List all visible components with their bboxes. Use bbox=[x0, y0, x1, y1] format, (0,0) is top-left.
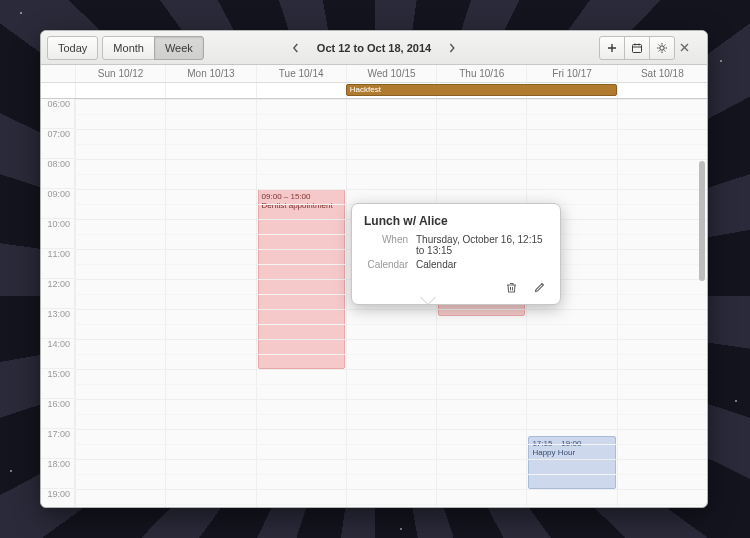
chevron-left-icon bbox=[291, 43, 301, 53]
event-time: 09:00 – 15:00 bbox=[262, 192, 341, 201]
popover-calendar-label: Calendar bbox=[364, 259, 408, 270]
pencil-icon bbox=[533, 281, 546, 294]
hour-label: 16:00 bbox=[41, 399, 74, 429]
today-button[interactable]: Today bbox=[47, 36, 98, 60]
svg-point-1 bbox=[660, 45, 664, 49]
hour-label: 10:00 bbox=[41, 219, 74, 249]
close-icon bbox=[679, 42, 701, 53]
scrollbar-thumb[interactable] bbox=[699, 161, 705, 281]
calendars-button[interactable] bbox=[624, 36, 650, 60]
settings-button[interactable] bbox=[649, 36, 675, 60]
add-event-button[interactable] bbox=[599, 36, 625, 60]
view-month-button[interactable]: Month bbox=[102, 36, 155, 60]
chevron-right-icon bbox=[447, 43, 457, 53]
time-gutter: 06:00 07:00 08:00 09:00 10:00 11:00 12:0… bbox=[41, 99, 75, 507]
next-week-button[interactable] bbox=[441, 37, 463, 59]
header-actions bbox=[599, 36, 701, 60]
hour-label: 07:00 bbox=[41, 129, 74, 159]
calendar-icon bbox=[631, 42, 643, 54]
day-column[interactable] bbox=[617, 99, 707, 507]
hour-label: 06:00 bbox=[41, 99, 74, 129]
hour-label: 14:00 bbox=[41, 339, 74, 369]
hour-label: 13:00 bbox=[41, 309, 74, 339]
hour-label: 17:00 bbox=[41, 429, 74, 459]
plus-icon bbox=[606, 42, 618, 54]
day-column[interactable] bbox=[165, 99, 255, 507]
event-title: Happy Hour bbox=[532, 448, 611, 457]
popover-edit-button[interactable] bbox=[530, 278, 548, 296]
popover-when-value: Thursday, October 16, 12:15 to 13:15 bbox=[416, 234, 548, 256]
day-column[interactable] bbox=[75, 99, 165, 507]
calendar-window: Today Month Week Oct 12 to Oct 18, 2014 bbox=[40, 30, 708, 508]
scrollbar[interactable] bbox=[699, 101, 705, 505]
hour-label: 18:00 bbox=[41, 459, 74, 489]
hour-label: 11:00 bbox=[41, 249, 74, 279]
popover-delete-button[interactable] bbox=[502, 278, 520, 296]
date-range-title: Oct 12 to Oct 18, 2014 bbox=[309, 42, 439, 54]
event-title: Dentist appointment bbox=[262, 201, 341, 210]
day-label: Wed 10/15 bbox=[346, 65, 436, 82]
allday-event[interactable]: Hackfest bbox=[346, 84, 617, 96]
trash-icon bbox=[505, 281, 518, 294]
hour-label: 12:00 bbox=[41, 279, 74, 309]
hour-label: 08:00 bbox=[41, 159, 74, 189]
title-area: Oct 12 to Oct 18, 2014 bbox=[285, 37, 463, 59]
allday-row: Hackfest bbox=[41, 83, 707, 99]
prev-week-button[interactable] bbox=[285, 37, 307, 59]
window-close-button[interactable] bbox=[679, 37, 701, 59]
day-label: Tue 10/14 bbox=[256, 65, 346, 82]
allday-event-title: Hackfest bbox=[350, 85, 381, 94]
hour-label: 19:00 bbox=[41, 489, 74, 507]
popover-when-label: When bbox=[364, 234, 408, 256]
header-bar: Today Month Week Oct 12 to Oct 18, 2014 bbox=[41, 31, 707, 65]
day-label: Sat 10/18 bbox=[617, 65, 707, 82]
hour-label: 15:00 bbox=[41, 369, 74, 399]
view-week-button[interactable]: Week bbox=[154, 36, 204, 60]
svg-rect-0 bbox=[633, 44, 642, 52]
hour-label: 09:00 bbox=[41, 189, 74, 219]
day-header-row: Sun 10/12 Mon 10/13 Tue 10/14 Wed 10/15 … bbox=[41, 65, 707, 83]
popover-title: Lunch w/ Alice bbox=[364, 214, 548, 228]
day-label: Thu 10/16 bbox=[436, 65, 526, 82]
day-label: Sun 10/12 bbox=[75, 65, 165, 82]
popover-calendar-value: Calendar bbox=[416, 259, 548, 270]
day-column[interactable]: 09:00 – 15:00 Dentist appointment bbox=[256, 99, 346, 507]
event-popover: Lunch w/ Alice When Thursday, October 16… bbox=[351, 203, 561, 305]
view-switcher: Month Week bbox=[102, 36, 204, 60]
day-label: Fri 10/17 bbox=[526, 65, 616, 82]
gear-icon bbox=[656, 42, 668, 54]
day-label: Mon 10/13 bbox=[165, 65, 255, 82]
